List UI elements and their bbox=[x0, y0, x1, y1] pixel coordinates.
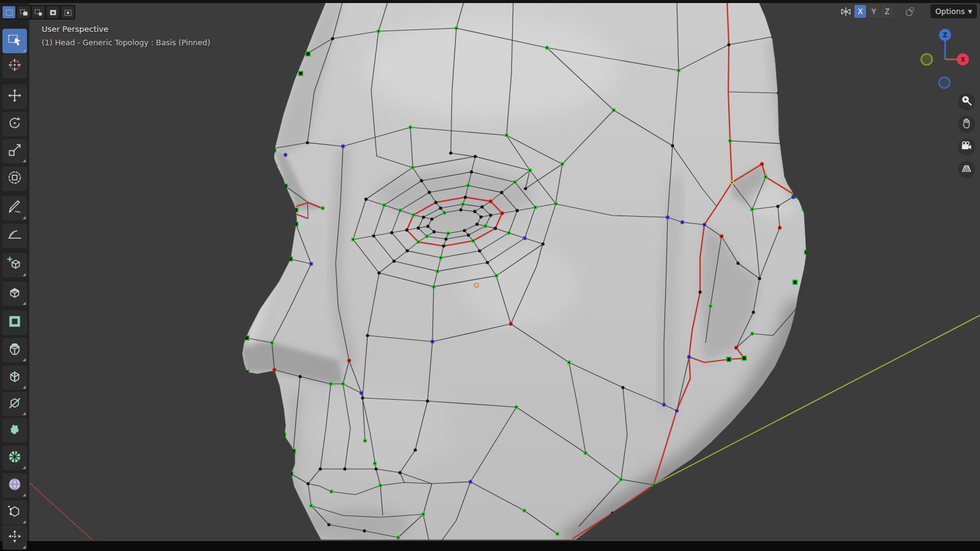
select-mode-subtract-button[interactable] bbox=[32, 6, 45, 18]
tool-loop-cut[interactable] bbox=[2, 365, 27, 390]
edge-slide-icon bbox=[7, 503, 23, 522]
tool-knife[interactable] bbox=[2, 392, 27, 416]
mirror-butterfly-icon[interactable] bbox=[839, 5, 853, 21]
tool-smooth[interactable] bbox=[2, 473, 27, 498]
navigation-gizmo[interactable]: Z X bbox=[908, 23, 980, 96]
scale-icon bbox=[7, 142, 23, 160]
axis-toggle-x[interactable]: X bbox=[854, 5, 866, 18]
chevron-down-icon: ▼ bbox=[968, 9, 972, 15]
options-dropdown[interactable]: Options ▼ bbox=[930, 4, 977, 18]
select-box-icon bbox=[7, 32, 23, 50]
rotate-icon bbox=[7, 115, 23, 133]
blender-window: User Perspective (1) Head - Generic Topo… bbox=[0, 0, 980, 551]
bevel-icon bbox=[7, 341, 23, 359]
smooth-icon bbox=[7, 476, 23, 495]
viewport-perspective-label: User Perspective bbox=[42, 24, 108, 34]
tool-annotate[interactable] bbox=[2, 196, 27, 220]
subtool-corner-indicator bbox=[23, 358, 26, 361]
status-bar bbox=[0, 541, 980, 551]
subtool-corner-indicator bbox=[23, 159, 26, 162]
poly-build-icon bbox=[7, 421, 23, 440]
gizmo-x-label: X bbox=[960, 56, 965, 63]
tool-shrink-fatten[interactable] bbox=[2, 525, 27, 550]
select-mode-invert-button[interactable] bbox=[47, 6, 59, 18]
annotate-icon bbox=[7, 199, 23, 217]
tool-inset-faces[interactable] bbox=[2, 310, 27, 335]
viewport-3d[interactable] bbox=[0, 0, 980, 551]
zoom-button[interactable] bbox=[958, 93, 975, 110]
tool-rotate[interactable] bbox=[2, 112, 27, 137]
tool-measure[interactable] bbox=[2, 223, 27, 248]
move-icon bbox=[7, 88, 23, 106]
axis-toggle-y[interactable]: Y bbox=[868, 5, 880, 18]
ortho-toggle-button[interactable] bbox=[958, 161, 975, 178]
shrink-fatten-icon bbox=[7, 528, 23, 547]
tool-poly-build[interactable] bbox=[2, 418, 27, 443]
inset-faces-icon bbox=[7, 313, 23, 332]
subtool-corner-indicator bbox=[23, 412, 26, 415]
tool-transform[interactable] bbox=[2, 167, 27, 191]
tool-move[interactable] bbox=[2, 84, 27, 109]
transform-icon bbox=[7, 170, 23, 188]
camera-view-button[interactable] bbox=[958, 138, 975, 156]
tool-select-box[interactable] bbox=[2, 29, 27, 53]
subtool-corner-indicator bbox=[23, 466, 26, 469]
tool-spin[interactable] bbox=[2, 446, 27, 470]
axis-toggle-z[interactable]: Z bbox=[881, 5, 893, 18]
gizmo-z-label: Z bbox=[943, 32, 947, 39]
extrude-region-icon bbox=[7, 285, 23, 303]
tool-extrude-region[interactable] bbox=[2, 282, 27, 306]
magnifier-icon bbox=[960, 94, 973, 109]
select-mode-strip bbox=[1, 5, 75, 20]
subtool-corner-indicator bbox=[23, 216, 26, 219]
viewport-object-label: (1) Head - Generic Topology : Basis (Pin… bbox=[42, 38, 210, 47]
proportional-editing-icon[interactable] bbox=[904, 6, 916, 20]
options-label: Options bbox=[935, 7, 965, 16]
subtool-corner-indicator bbox=[23, 520, 26, 523]
tool-add-cube[interactable] bbox=[2, 253, 27, 277]
select-mode-new-button[interactable] bbox=[2, 6, 15, 18]
spin-icon bbox=[7, 449, 23, 467]
tool-bevel[interactable] bbox=[2, 338, 27, 362]
top-strip bbox=[0, 0, 980, 3]
gizmo-neg-z-axis[interactable] bbox=[939, 77, 950, 88]
edit-toolbar bbox=[0, 3, 29, 541]
subtool-corner-indicator bbox=[23, 302, 26, 305]
tool-edge-slide[interactable] bbox=[2, 500, 27, 525]
camera-icon bbox=[960, 140, 973, 154]
select-mode-intersect-button[interactable] bbox=[61, 6, 74, 18]
subtool-corner-indicator bbox=[23, 386, 26, 389]
tool-scale[interactable] bbox=[2, 139, 27, 163]
select-mode-extend-button[interactable] bbox=[17, 6, 30, 18]
subtool-corner-indicator bbox=[23, 493, 26, 497]
hand-icon bbox=[960, 117, 973, 132]
add-cube-icon bbox=[7, 256, 23, 274]
knife-icon bbox=[7, 395, 23, 413]
measure-icon bbox=[7, 227, 23, 245]
gizmo-y-axis[interactable] bbox=[921, 54, 932, 65]
cursor-icon bbox=[7, 57, 23, 75]
perspective-grid-icon bbox=[960, 162, 973, 177]
subtool-corner-indicator bbox=[23, 545, 26, 549]
pan-button[interactable] bbox=[958, 116, 975, 133]
tool-cursor[interactable] bbox=[2, 54, 27, 78]
subtool-corner-indicator bbox=[23, 49, 26, 52]
subtool-corner-indicator bbox=[23, 273, 26, 276]
loop-cut-icon bbox=[7, 369, 23, 387]
